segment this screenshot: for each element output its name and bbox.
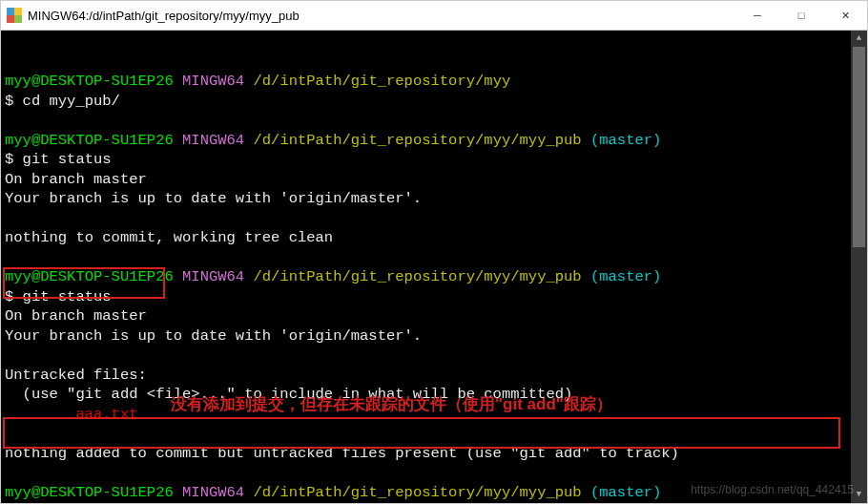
cmd-gitstatus: git status	[23, 151, 112, 168]
prompt-symbol: $	[5, 93, 23, 110]
prompt-path: /d/intPath/git_repository/myy/myy_pub	[253, 132, 581, 149]
prompt-shell: MINGW64	[182, 132, 244, 149]
blank-line	[5, 346, 13, 364]
prompt-shell: MINGW64	[182, 73, 244, 90]
prompt-path: /d/intPath/git_repository/myy/myy_pub	[253, 484, 581, 501]
cmd-cd: cd myy_pub/	[23, 93, 120, 110]
prompt-branch: (master)	[590, 132, 661, 149]
prompt-symbol: $	[5, 288, 23, 305]
scroll-thumb[interactable]	[853, 47, 865, 247]
prompt-userhost: myy@DESKTOP-SU1EP26	[5, 132, 174, 149]
blank-line	[5, 210, 13, 227]
prompt-symbol: $	[5, 151, 23, 168]
blank-line	[5, 112, 13, 129]
out-uptodate: Your branch is up to date with 'origin/m…	[5, 190, 422, 207]
minimize-button[interactable]: ─	[735, 1, 779, 30]
out-untracked-hdr: Untracked files:	[5, 367, 147, 384]
prompt-userhost: myy@DESKTOP-SU1EP26	[5, 73, 174, 90]
prompt-path: /d/intPath/git_repository/myy	[253, 73, 510, 90]
scroll-up-icon[interactable]: ▲	[851, 31, 867, 47]
out-nothing-clean: nothing to commit, working tree clean	[5, 229, 333, 246]
prompt-shell: MINGW64	[182, 484, 244, 501]
out-uptodate: Your branch is up to date with 'origin/m…	[5, 327, 422, 345]
prompt-shell: MINGW64	[182, 268, 244, 285]
terminal-scrollbar[interactable]: ▲ ▼	[851, 31, 867, 503]
out-onbranch: On branch master	[5, 171, 147, 188]
blank-line	[5, 425, 13, 442]
blank-line	[5, 464, 13, 481]
prompt-userhost: myy@DESKTOP-SU1EP26	[5, 484, 174, 501]
close-button[interactable]: ✕	[823, 1, 867, 30]
out-nothing-added: nothing added to commit but untracked fi…	[5, 445, 679, 462]
app-logo-icon	[7, 8, 22, 23]
out-untracked-file: aaa.txt	[5, 406, 138, 423]
window-titlebar: MINGW64:/d/intPath/git_repository/myy/my…	[0, 0, 868, 31]
prompt-branch: (master)	[590, 268, 661, 285]
terminal-area[interactable]: myy@DESKTOP-SU1EP26 MINGW64 /d/intPath/g…	[0, 31, 868, 504]
out-onbranch: On branch master	[5, 307, 147, 325]
blank-line	[5, 249, 13, 266]
prompt-userhost: myy@DESKTOP-SU1EP26	[5, 268, 174, 285]
watermark: https://blog.csdn.net/qq_442415	[691, 480, 854, 500]
prompt-branch: (master)	[590, 484, 661, 501]
out-untracked-hint: (use "git add <file>..." to include in w…	[5, 386, 572, 403]
prompt-path: /d/intPath/git_repository/myy/myy_pub	[253, 268, 581, 285]
blank-line	[5, 53, 13, 71]
window-title: MINGW64:/d/intPath/git_repository/myy/my…	[28, 9, 735, 23]
cmd-gitstatus: git status	[23, 288, 112, 305]
window-controls: ─ □ ✕	[735, 1, 867, 30]
maximize-button[interactable]: □	[779, 1, 823, 30]
